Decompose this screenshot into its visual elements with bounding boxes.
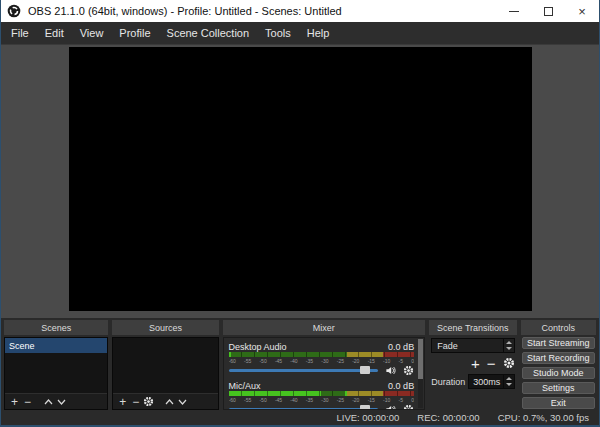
scrollbar-thumb[interactable] <box>418 339 423 379</box>
cpu-status: CPU: 0.7%, 30.00 fps <box>498 412 589 423</box>
dock-row: Scenes Scene + − Sources <box>1 318 599 410</box>
remove-transition-button[interactable]: − <box>487 356 496 371</box>
volume-meter <box>229 391 415 396</box>
studio-mode-button[interactable]: Studio Mode <box>522 367 595 379</box>
settings-button[interactable]: Settings <box>522 382 595 394</box>
chevron-down-icon <box>57 399 66 405</box>
mixer-panel-title: Mixer <box>223 320 426 335</box>
tick-label: -45 <box>275 397 282 403</box>
add-source-button[interactable]: + <box>116 396 129 408</box>
channel-level: 0.0 dB <box>388 381 414 391</box>
tick-label: -20 <box>352 397 359 403</box>
slider-handle[interactable] <box>360 366 370 374</box>
obs-window: OBS 21.1.0 (64bit, windows) - Profile: U… <box>0 0 600 427</box>
source-up-button[interactable] <box>163 399 176 405</box>
duration-spinner[interactable] <box>503 375 514 388</box>
titlebar: OBS 21.1.0 (64bit, windows) - Profile: U… <box>1 0 599 22</box>
minimize-button[interactable] <box>497 0 531 22</box>
window-title: OBS 21.1.0 (64bit, windows) - Profile: U… <box>28 5 342 17</box>
scenes-panel: Scenes Scene + − <box>4 320 108 410</box>
tick-label: -5 <box>399 397 403 403</box>
scene-down-button[interactable] <box>55 399 68 405</box>
menu-profile[interactable]: Profile <box>111 22 158 44</box>
start-recording-button[interactable]: Start Recording <box>522 352 595 364</box>
preview-canvas <box>69 47 532 311</box>
mute-button[interactable] <box>384 364 396 376</box>
menu-help[interactable]: Help <box>299 22 338 44</box>
menu-file[interactable]: File <box>3 22 37 44</box>
transition-select[interactable]: Fade <box>431 338 514 353</box>
spinner-down-icon <box>506 347 512 350</box>
maximize-button[interactable] <box>531 0 565 22</box>
menubar: File Edit View Profile Scene Collection … <box>1 22 599 44</box>
speaker-icon <box>385 365 396 376</box>
maximize-icon <box>544 7 553 16</box>
menu-tools[interactable]: Tools <box>257 22 299 44</box>
tick-label: 0 <box>411 397 414 403</box>
tick-label: -10 <box>383 358 390 364</box>
volume-slider[interactable] <box>229 366 379 374</box>
add-transition-button[interactable]: + <box>471 356 480 371</box>
duration-input[interactable]: 300ms <box>468 374 514 389</box>
sources-list <box>113 338 217 393</box>
minimize-icon <box>509 11 519 12</box>
scene-up-button[interactable] <box>42 399 55 405</box>
channel-level: 0.0 dB <box>388 342 414 352</box>
gear-icon <box>403 365 414 376</box>
menu-scene-collection[interactable]: Scene Collection <box>159 22 258 44</box>
combo-spinner[interactable] <box>503 339 514 352</box>
tick-label: -15 <box>368 397 375 403</box>
scene-list-item[interactable]: Scene <box>5 338 107 353</box>
rec-status: REC: 00:00:00 <box>417 412 479 423</box>
remove-source-button[interactable]: − <box>129 396 142 408</box>
db-scale: -60-55-50-45-40-35-30-25-20-15-10-50 <box>229 357 415 364</box>
duration-label: Duration <box>431 377 465 387</box>
tick-label: -55 <box>244 358 251 364</box>
tick-label: -45 <box>275 358 282 364</box>
tick-label: -10 <box>383 397 390 403</box>
tick-label: -50 <box>259 397 266 403</box>
tick-label: -60 <box>229 397 236 403</box>
add-scene-button[interactable]: + <box>8 396 21 408</box>
mixer-channel-mic-aux: Mic/Aux 0.0 dB -60-55-50-45-40-35-30-25-… <box>229 380 415 410</box>
statusbar: LIVE: 00:00:00 REC: 00:00:00 CPU: 0.7%, … <box>1 410 599 425</box>
start-streaming-button[interactable]: Start Streaming <box>522 337 595 349</box>
duration-value: 300ms <box>469 377 502 387</box>
window-controls: × <box>497 0 599 22</box>
transition-toolbar: + − <box>431 355 514 371</box>
close-button[interactable]: × <box>565 0 599 22</box>
transition-properties-button[interactable] <box>503 357 515 369</box>
scene-transitions-panel: Scene Transitions Fade + − <box>429 320 516 410</box>
menu-edit[interactable]: Edit <box>37 22 72 44</box>
sources-toolbar: + − <box>113 393 217 409</box>
chevron-down-icon <box>178 399 187 405</box>
controls-panel: Controls Start Streaming Start Recording… <box>521 320 596 410</box>
tick-label: -60 <box>229 358 236 364</box>
mute-button[interactable] <box>384 403 396 410</box>
mixer-scrollbar[interactable] <box>418 339 423 408</box>
chevron-up-icon <box>165 399 174 405</box>
tick-label: -30 <box>321 358 328 364</box>
scenes-panel-title: Scenes <box>4 320 108 335</box>
remove-scene-button[interactable]: − <box>21 396 34 408</box>
scenes-list: Scene <box>5 338 107 393</box>
volume-slider[interactable] <box>229 405 379 410</box>
gear-icon <box>143 396 154 407</box>
channel-settings-button[interactable] <box>402 364 414 376</box>
source-down-button[interactable] <box>176 399 189 405</box>
obs-logo-icon <box>7 4 21 18</box>
channel-name: Mic/Aux <box>229 381 261 391</box>
tick-label: -5 <box>399 358 403 364</box>
sources-panel-title: Sources <box>112 320 218 335</box>
exit-button[interactable]: Exit <box>522 397 595 409</box>
spinner-up-icon <box>506 341 512 344</box>
scenes-toolbar: + − <box>5 393 107 409</box>
channel-settings-button[interactable] <box>402 403 414 410</box>
tick-label: -20 <box>352 358 359 364</box>
tick-label: -40 <box>290 358 297 364</box>
transition-selected-value: Fade <box>432 341 502 351</box>
tick-label: -40 <box>290 397 297 403</box>
slider-handle[interactable] <box>360 405 370 410</box>
source-properties-button[interactable] <box>142 396 155 407</box>
menu-view[interactable]: View <box>72 22 112 44</box>
